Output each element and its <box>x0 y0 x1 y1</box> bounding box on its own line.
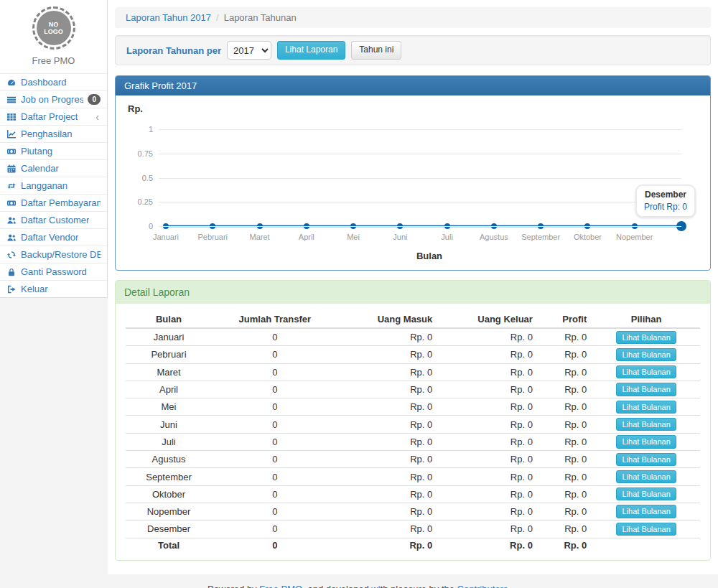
gridline <box>159 154 681 154</box>
y-tick-label: 0.25 <box>138 197 153 206</box>
lihat-bulanan-button-oktober[interactable]: Lihat Bulanan <box>616 487 676 500</box>
year-select[interactable]: 2017 <box>227 41 271 60</box>
cell-uang_keluar: Rp. 0 <box>438 485 538 503</box>
chart-x-tick-labels: JanuariPebruariMaretAprilMeiJuniJuliAgus… <box>166 233 681 243</box>
table-row-total: Total0Rp. 0Rp. 0Rp. 0 <box>126 538 700 553</box>
lihat-bulanan-button-september[interactable]: Lihat Bulanan <box>616 470 676 483</box>
sidebar-item-calendar[interactable]: Calendar <box>0 159 107 177</box>
cell-pilihan: Lihat Bulanan <box>592 521 700 538</box>
sidebar-item-penghasilan[interactable]: Penghasilan <box>0 125 107 142</box>
cell-uang_keluar: Rp. 0 <box>438 416 538 433</box>
footer-text-prefix: Powered by <box>208 584 259 588</box>
cell-profit: Rp. 0 <box>538 503 592 520</box>
lihat-laporan-button[interactable]: Lihat Laporan <box>277 41 345 60</box>
money-icon <box>6 147 17 156</box>
sidebar-item-label: Penghasilan <box>21 129 73 139</box>
lihat-bulanan-button-agustus[interactable]: Lihat Bulanan <box>616 453 676 466</box>
x-tick-label-mei: Mei <box>347 233 360 241</box>
cell-jumlah_transfer: 0 <box>212 485 338 503</box>
footer-link-contributors[interactable]: Contributors <box>457 584 508 588</box>
lihat-bulanan-button-januari[interactable]: Lihat Bulanan <box>616 331 676 344</box>
profit-chart-panel: Grafik Profit 2017 Rp. Desember Profit R… <box>115 75 711 271</box>
sidebar-item-daftar-project[interactable]: Daftar Project‹ <box>0 108 107 125</box>
sidebar-item-dashboard[interactable]: Dashboard <box>0 73 107 90</box>
yearly-report-table: BulanJumlah TransferUang MasukUang Kelua… <box>126 311 700 553</box>
table-row-nopember: Nopember0Rp. 0Rp. 0Rp. 0Lihat Bulanan <box>126 503 700 520</box>
sidebar-item-label: Job on Progress <box>21 94 83 105</box>
calendar-icon <box>6 164 17 173</box>
cell-profit: Rp. 0 <box>538 381 592 398</box>
sidebar-nav: DashboardJob on Progress0Daftar Project‹… <box>0 73 107 297</box>
sidebar-item-label: Daftar Vendor <box>21 232 78 243</box>
sidebar-item-label: Langganan <box>21 180 67 191</box>
total-cell-bulan: Total <box>126 538 212 553</box>
profit-chart-panel-title: Grafik Profit 2017 <box>116 76 710 95</box>
cell-jumlah_transfer: 0 <box>212 451 338 468</box>
cell-jumlah_transfer: 0 <box>212 363 338 381</box>
x-tick-label-juli: Juli <box>441 233 453 241</box>
sidebar-item-daftar-customer[interactable]: Daftar Customer <box>0 211 107 228</box>
table-row-april: April0Rp. 0Rp. 0Rp. 0Lihat Bulanan <box>126 381 700 398</box>
sidebar-item-job-on-progress[interactable]: Job on Progress0 <box>0 90 107 108</box>
table-row-desember: Desember0Rp. 0Rp. 0Rp. 0Lihat Bulanan <box>126 521 700 538</box>
profit-line-chart: Desember Profit Rp: 0 00.250.50.751 <box>159 129 681 226</box>
cell-uang_keluar: Rp. 0 <box>438 433 538 450</box>
report-table-head: BulanJumlah TransferUang MasukUang Kelua… <box>126 311 700 328</box>
x-tick-label-agustus: Agustus <box>480 233 508 241</box>
table-icon <box>6 113 17 121</box>
tahun-ini-button[interactable]: Tahun ini <box>351 41 401 60</box>
dashboard-icon <box>6 78 17 87</box>
table-row-oktober: Oktober0Rp. 0Rp. 0Rp. 0Lihat Bulanan <box>126 485 700 503</box>
table-row-pebruari: Pebruari0Rp. 0Rp. 0Rp. 0Lihat Bulanan <box>126 346 700 363</box>
sidebar-item-daftar-vendor[interactable]: Daftar Vendor <box>0 228 107 246</box>
sidebar-item-piutang[interactable]: Piutang <box>0 142 107 159</box>
column-header-jumlah-transfer: Jumlah Transfer <box>212 311 338 328</box>
sidebar-item-daftar-pembayaran[interactable]: Daftar Pembayaran <box>0 194 107 211</box>
cell-bulan: September <box>126 468 212 485</box>
cell-jumlah_transfer: 0 <box>212 328 338 346</box>
cell-bulan: Desember <box>126 521 212 538</box>
lihat-bulanan-button-juni[interactable]: Lihat Bulanan <box>616 418 676 431</box>
no-logo-badge: NO LOGO <box>37 11 71 45</box>
cell-uang_masuk: Rp. 0 <box>338 328 439 346</box>
footer-link-free-pmo[interactable]: Free PMO <box>259 584 302 588</box>
cell-jumlah_transfer: 0 <box>212 468 338 485</box>
tasks-icon <box>6 95 17 104</box>
column-header-profit: Profit <box>538 311 592 328</box>
report-table-body: Januari0Rp. 0Rp. 0Rp. 0Lihat BulananPebr… <box>126 328 700 553</box>
sidebar-item-langganan[interactable]: Langganan <box>0 177 107 194</box>
breadcrumb-link-laporan-tahun[interactable]: Laporan Tahun 2017 <box>126 12 211 23</box>
x-tick-label-januari: Januari <box>153 233 179 241</box>
table-row-juli: Juli0Rp. 0Rp. 0Rp. 0Lihat Bulanan <box>126 433 700 450</box>
cell-jumlah_transfer: 0 <box>212 503 338 520</box>
x-tick-label-maret: Maret <box>249 233 269 241</box>
no-logo-text: NO LOGO <box>43 21 65 36</box>
table-row-september: September0Rp. 0Rp. 0Rp. 0Lihat Bulanan <box>126 468 700 485</box>
lihat-bulanan-button-juli[interactable]: Lihat Bulanan <box>616 435 676 448</box>
lihat-bulanan-button-mei[interactable]: Lihat Bulanan <box>616 401 676 414</box>
chart-tooltip-value: Profit Rp: 0 <box>644 202 687 212</box>
sidebar-item-label: Daftar Customer <box>21 215 89 225</box>
sidebar-item-label: Piutang <box>21 146 52 157</box>
sidebar-item-backup-restore-db[interactable]: Backup/Restore DB <box>0 246 107 263</box>
cell-bulan: Januari <box>126 328 212 346</box>
lihat-bulanan-button-maret[interactable]: Lihat Bulanan <box>616 365 676 378</box>
users-icon <box>6 216 17 225</box>
lihat-bulanan-button-pebruari[interactable]: Lihat Bulanan <box>616 348 676 361</box>
total-cell-uang_keluar: Rp. 0 <box>438 538 538 553</box>
cell-jumlah_transfer: 0 <box>212 398 338 416</box>
y-tick-label: 0.75 <box>138 149 153 158</box>
lihat-bulanan-button-desember[interactable]: Lihat Bulanan <box>616 523 676 536</box>
footer-text-suffix: . <box>508 584 510 588</box>
sidebar-item-label: Daftar Project <box>21 111 78 122</box>
lihat-bulanan-button-nopember[interactable]: Lihat Bulanan <box>616 505 676 518</box>
cell-pilihan: Lihat Bulanan <box>592 398 700 416</box>
sidebar-item-label: Dashboard <box>21 77 67 88</box>
cell-bulan: Juni <box>126 416 212 433</box>
cell-uang_keluar: Rp. 0 <box>438 381 538 398</box>
sidebar-item-ganti-password[interactable]: Ganti Password <box>0 263 107 280</box>
table-row-januari: Januari0Rp. 0Rp. 0Rp. 0Lihat Bulanan <box>126 328 700 346</box>
sidebar-item-keluar[interactable]: Keluar <box>0 280 107 297</box>
cell-pilihan: Lihat Bulanan <box>592 468 700 485</box>
lihat-bulanan-button-april[interactable]: Lihat Bulanan <box>616 383 676 396</box>
